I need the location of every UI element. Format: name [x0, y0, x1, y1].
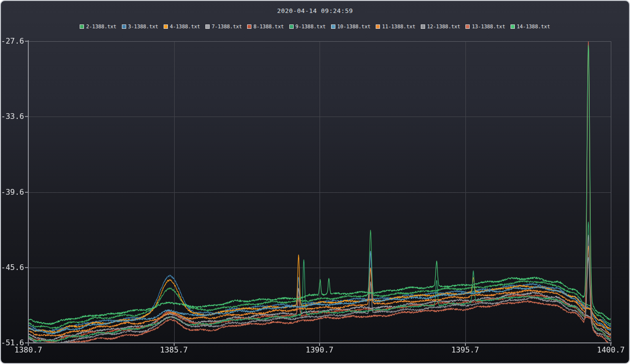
x-axis-tick-label: 1395.7 — [452, 346, 479, 354]
spectrum-chart-canvas[interactable] — [1, 1, 629, 363]
y-axis-tick-label: -45.6 — [1, 263, 24, 272]
x-axis-tick-label: 1385.7 — [160, 346, 188, 354]
y-axis-tick-label: -51.6 — [1, 339, 24, 347]
x-axis-tick-label: 1390.7 — [306, 346, 333, 354]
x-axis-tick-label: 1400.7 — [597, 346, 625, 354]
y-axis-tick-label: -27.6 — [1, 37, 24, 46]
app-window: 2020-04-14 09:24:59 2-1388.txt3-1388.txt… — [0, 0, 630, 364]
y-axis-tick-label: -39.6 — [1, 188, 24, 197]
y-axis-tick-label: -33.6 — [1, 112, 24, 121]
